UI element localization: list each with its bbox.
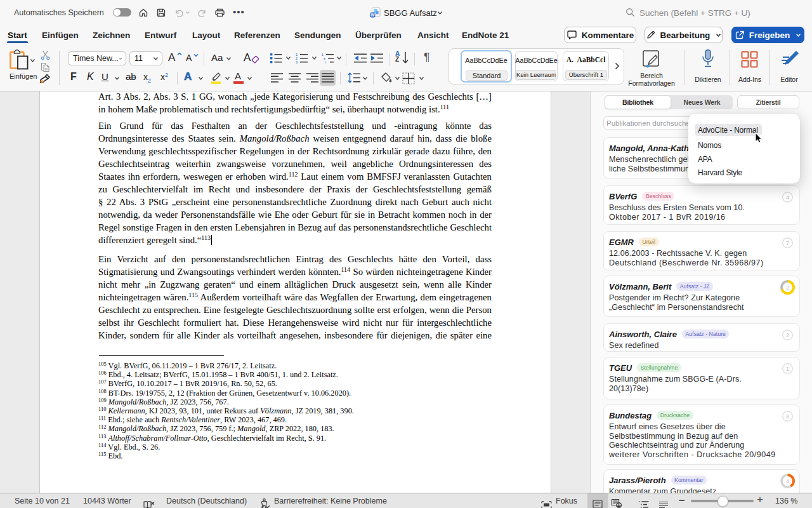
svg-text:i: i [325,60,326,64]
svg-text:1: 1 [786,366,789,372]
svg-text:2: 2 [786,284,789,291]
svg-text:W: W [370,13,375,17]
svg-text:2: 2 [786,332,789,338]
svg-text:4: 4 [786,478,789,485]
svg-text:3: 3 [296,60,298,64]
svg-text:8: 8 [786,413,789,420]
svg-text:4: 4 [786,194,789,201]
svg-text:7: 7 [786,240,789,246]
